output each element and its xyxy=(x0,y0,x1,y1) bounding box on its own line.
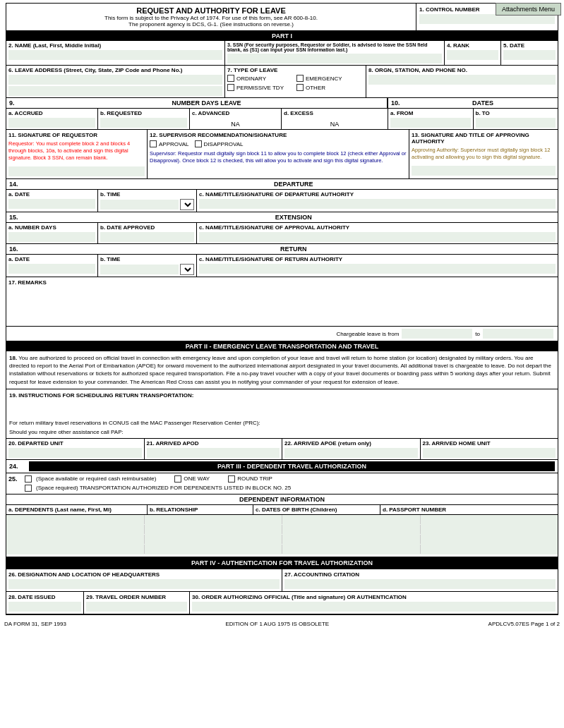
requested-input[interactable] xyxy=(100,118,187,128)
ext-dateapproved-input[interactable] xyxy=(100,232,194,242)
dep-row1-dob-input[interactable] xyxy=(282,515,420,525)
permissive-checkbox[interactable] xyxy=(227,84,234,91)
sig-requestor-input[interactable] xyxy=(8,166,145,176)
ext-numdays-cell: a. NUMBER DAYS xyxy=(6,223,98,243)
ext-numdays-input[interactable] xyxy=(8,232,95,242)
form-subtitle1: This form is subject to the Privacy Act … xyxy=(9,15,413,21)
dep-col-b-header: b. RELATIONSHIP xyxy=(148,505,253,514)
space-req-checkbox[interactable] xyxy=(25,485,32,492)
dep-row4-rel-input[interactable] xyxy=(145,545,282,554)
permissive-option[interactable]: PERMISSIVE TDY xyxy=(227,84,294,91)
ext-dateapproved-cell: b. DATE APPROVED xyxy=(98,223,197,243)
dep-row3-name-input[interactable] xyxy=(6,535,144,545)
dep-row1-name-input[interactable] xyxy=(6,515,144,525)
dep-row2-dob xyxy=(282,525,421,534)
ret-time-input[interactable] xyxy=(100,265,179,274)
dep-row1-rel-input[interactable] xyxy=(145,515,282,525)
ordinary-option[interactable]: ORDINARY xyxy=(227,75,294,82)
control-number-input[interactable] xyxy=(419,14,555,24)
ret-date-input[interactable] xyxy=(8,264,95,274)
emergency-option[interactable]: EMERGENCY xyxy=(296,75,364,82)
field30-input[interactable] xyxy=(192,602,556,612)
item23-input[interactable] xyxy=(423,448,556,458)
chargeable-from-input[interactable] xyxy=(402,329,472,339)
item21-input[interactable] xyxy=(147,448,280,458)
form-container: REQUEST AND AUTHORITY FOR LEAVE This for… xyxy=(6,3,558,615)
dep-row1-passport-input[interactable] xyxy=(421,515,558,525)
item25-line2: (Space required) TRANSPORTATION AUTHORIZ… xyxy=(25,485,556,492)
ret-time-dropdown[interactable]: ▼ xyxy=(180,264,194,275)
other-option[interactable]: OTHER xyxy=(296,84,364,91)
approval-option[interactable]: APPROVAL xyxy=(150,140,189,147)
approval-checkbox[interactable] xyxy=(150,140,157,147)
dep-row1-passport xyxy=(421,515,558,524)
ext-authority-input[interactable] xyxy=(199,232,556,242)
field27-input[interactable] xyxy=(284,579,556,589)
ordinary-checkbox[interactable] xyxy=(227,75,234,82)
excess-value: NA xyxy=(284,118,385,128)
dep-row2-rel-input[interactable] xyxy=(145,525,282,535)
from-input[interactable] xyxy=(390,118,471,128)
field28-input[interactable] xyxy=(8,602,81,612)
dep-row1-rel xyxy=(145,515,283,524)
approval-label: APPROVAL xyxy=(159,141,189,147)
dep-row4-name-input[interactable] xyxy=(6,545,144,554)
chargeable-to-input[interactable] xyxy=(483,329,553,339)
form-header: REQUEST AND AUTHORITY FOR LEAVE This for… xyxy=(6,4,558,31)
ordinary-label: ORDINARY xyxy=(236,75,266,82)
dep-row3-passport-input[interactable] xyxy=(421,535,558,545)
dep-date-input[interactable] xyxy=(8,199,95,209)
dep-time-input[interactable] xyxy=(100,200,179,210)
one-way-checkbox[interactable] xyxy=(174,475,181,483)
sig-approving-cell: 13. SIGNATURE AND TITLE OF APPROVING AUT… xyxy=(409,130,558,178)
dep-row4-rel xyxy=(145,545,283,554)
requested-cell: b. REQUESTED xyxy=(98,109,190,129)
emergency-checkbox[interactable] xyxy=(296,75,304,82)
dep-authority-label: c. NAME/TITLE/SIGNATURE OF DEPARTURE AUT… xyxy=(199,191,556,198)
item20-input[interactable] xyxy=(8,448,142,458)
address-input2[interactable] xyxy=(8,86,222,96)
dep-row2-dob-input[interactable] xyxy=(282,525,420,535)
round-trip-checkbox[interactable] xyxy=(228,475,235,483)
dep-row2-name-input[interactable] xyxy=(6,525,144,535)
field19-textarea[interactable] xyxy=(9,400,555,415)
field26-input[interactable] xyxy=(8,579,280,589)
address-cell: 6. LEAVE ADDRESS (Street, City, State, Z… xyxy=(6,66,225,97)
item22-input[interactable] xyxy=(284,448,418,458)
address-input[interactable] xyxy=(8,75,222,85)
advanced-label: c. ADVANCED xyxy=(192,110,279,116)
to-input[interactable] xyxy=(476,118,556,128)
date-input[interactable] xyxy=(503,50,556,60)
attachments-menu-button[interactable]: Attachments Menu xyxy=(496,3,561,16)
dep-row4-passport xyxy=(421,545,558,554)
chargeable-row: Chargeable leave is from to xyxy=(6,327,558,341)
sig-supervisor-label: 12. SUPERVISOR RECOMMENDATION/SIGNATURE xyxy=(150,132,407,138)
dates-label: DATES xyxy=(408,98,558,108)
ret-authority-input[interactable] xyxy=(199,264,556,274)
date-label: 5. DATE xyxy=(503,42,556,49)
dep-row4-dob-input[interactable] xyxy=(282,545,420,554)
part-iv-label: PART IV - AUTHENTICATION FOR TRAVEL AUTH… xyxy=(6,557,558,569)
ret-authority-label: c. NAME/TITLE/SIGNATURE OF RETURN AUTHOR… xyxy=(199,256,556,262)
space-avail-checkbox[interactable] xyxy=(25,475,32,483)
field29-input[interactable] xyxy=(86,602,187,612)
ssn-input[interactable] xyxy=(227,54,442,63)
orgn-input[interactable] xyxy=(368,75,556,85)
dep-row3-dob-input[interactable] xyxy=(282,535,420,545)
disapproval-checkbox[interactable] xyxy=(195,140,202,147)
name-input[interactable] xyxy=(8,50,222,60)
rank-input[interactable] xyxy=(447,50,498,60)
sig-requestor-label: 11. SIGNATURE OF REQUESTOR xyxy=(8,132,145,138)
other-checkbox[interactable] xyxy=(296,84,304,91)
dep-authority-input[interactable] xyxy=(199,199,556,209)
remarks-textarea[interactable] xyxy=(8,287,556,322)
sig-approving-input[interactable] xyxy=(412,166,556,176)
dep-row4-passport-input[interactable] xyxy=(421,545,558,554)
dep-time-dropdown[interactable]: ▼ xyxy=(180,199,194,210)
accrued-input[interactable] xyxy=(8,118,95,128)
dep-row2-passport-input[interactable] xyxy=(421,525,558,535)
disapproval-option[interactable]: DISAPPROVAL xyxy=(195,140,244,147)
dep-row-2 xyxy=(6,525,558,535)
dep-row3-rel-input[interactable] xyxy=(145,535,282,545)
dep-row1-name xyxy=(6,515,145,524)
